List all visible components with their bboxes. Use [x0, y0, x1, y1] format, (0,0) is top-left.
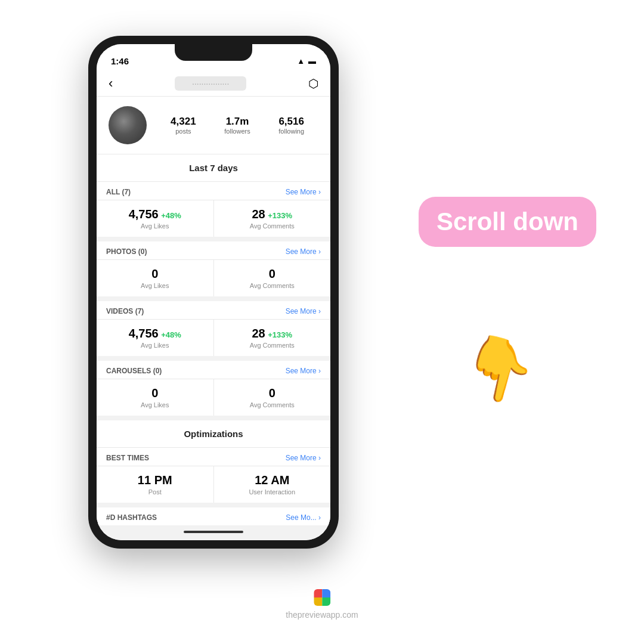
- logo-green: [322, 597, 330, 606]
- optimizations-header: Optimizations: [97, 420, 330, 448]
- best-times-title: BEST TIMES: [106, 454, 149, 462]
- carousels-likes-label: Avg Likes: [106, 401, 204, 408]
- carousels-avg-comments: 0 Avg Comments: [213, 379, 331, 416]
- videos-comments-value: 28: [252, 327, 265, 340]
- followers-stat: 1.7m followers: [210, 116, 265, 135]
- best-times-header: BEST TIMES See More: [97, 448, 330, 466]
- all-likes-label: Avg Likes: [106, 222, 204, 230]
- carousels-see-more[interactable]: See More: [286, 367, 321, 375]
- home-bar: [184, 531, 243, 533]
- scroll-down-badge: Scroll down: [419, 197, 596, 247]
- interaction-time-value: 12 AM: [255, 473, 289, 487]
- all-likes-pct: +48%: [161, 211, 181, 220]
- best-interaction-time: 12 AM User Interaction: [213, 466, 331, 503]
- all-comments-label: Avg Comments: [224, 222, 321, 230]
- photos-comments-value: 0: [269, 267, 275, 280]
- all-likes-value: 4,756: [129, 208, 159, 221]
- interaction-time-label: User Interaction: [224, 488, 321, 496]
- carousels-section: CAROUSELS (0) See More 0 Avg Likes 0 Avg…: [97, 361, 330, 416]
- scroll-down-label: Scroll down: [436, 208, 578, 236]
- all-comments-pct: +133%: [268, 211, 292, 220]
- carousels-comments-label: Avg Comments: [224, 401, 321, 408]
- videos-avg-likes: 4,756 +48% Avg Likes: [97, 320, 213, 356]
- post-time-label: Post: [106, 488, 204, 496]
- photos-likes-value: 0: [151, 267, 158, 280]
- footer-url: thepreviewapp.com: [286, 610, 358, 620]
- bookmark-icon[interactable]: ⬡: [308, 76, 318, 91]
- carousels-title: CAROUSELS (0): [106, 367, 162, 375]
- photos-see-more[interactable]: See More: [286, 247, 321, 256]
- carousels-avg-likes: 0 Avg Likes: [97, 379, 213, 416]
- videos-likes-pct: +48%: [161, 330, 181, 339]
- profile-stats: 4,321 posts 1.7m followers 6,516 followi…: [156, 116, 318, 135]
- all-title: ALL (7): [106, 188, 131, 196]
- best-times-row: 11 PM Post 12 AM User Interaction: [97, 466, 330, 503]
- phone-frame: 1:46 ▲ ▬ ‹ ················ ⬡ 4,321 post…: [88, 36, 339, 549]
- all-stats-row: 4,756 +48% Avg Likes 28 +133% Avg Commen…: [97, 200, 330, 237]
- videos-section-header: VIDEOS (7) See More: [97, 301, 330, 319]
- post-time-value: 11 PM: [138, 473, 172, 487]
- photos-avg-likes: 0 Avg Likes: [97, 260, 213, 296]
- footer: thepreviewapp.com: [286, 589, 358, 620]
- videos-comments-pct: +133%: [268, 330, 292, 339]
- videos-title: VIDEOS (7): [106, 307, 144, 315]
- carousels-stats-row: 0 Avg Likes 0 Avg Comments: [97, 379, 330, 416]
- videos-stats-row: 4,756 +48% Avg Likes 28 +133% Avg Commen…: [97, 319, 330, 356]
- all-see-more[interactable]: See More: [286, 188, 321, 196]
- app-logo: [314, 589, 330, 606]
- notch: [175, 44, 252, 61]
- videos-likes-value: 4,756: [129, 327, 159, 340]
- photos-section-header: PHOTOS (0) See More: [97, 242, 330, 259]
- carousels-likes-value: 0: [151, 386, 158, 400]
- following-value: 6,516: [264, 116, 318, 128]
- nav-bar: ‹ ················ ⬡: [97, 70, 330, 97]
- status-icons: ▲ ▬: [297, 57, 316, 66]
- videos-comments-label: Avg Comments: [224, 342, 321, 349]
- videos-avg-comments: 28 +133% Avg Comments: [213, 320, 331, 356]
- videos-likes-label: Avg Likes: [106, 342, 204, 349]
- footer-logo: [286, 589, 358, 606]
- carousels-section-header: CAROUSELS (0) See More: [97, 361, 330, 379]
- followers-value: 1.7m: [210, 116, 265, 128]
- photos-comments-label: Avg Comments: [224, 282, 321, 289]
- all-section: ALL (7) See More 4,756 +48% Avg Likes 28…: [97, 182, 330, 237]
- avatar: [109, 106, 147, 144]
- all-avg-likes: 4,756 +48% Avg Likes: [97, 200, 213, 237]
- period-header: Last 7 days: [97, 154, 330, 182]
- scroll-content[interactable]: Last 7 days ALL (7) See More 4,756 +48% …: [97, 154, 330, 540]
- back-button[interactable]: ‹: [109, 76, 113, 91]
- following-stat: 6,516 following: [264, 116, 318, 135]
- logo-red: [314, 589, 322, 597]
- hashtags-section: #D HASHTAGS See Mo...: [97, 507, 330, 525]
- profile-section: 4,321 posts 1.7m followers 6,516 followi…: [97, 97, 330, 154]
- following-label: following: [264, 128, 318, 135]
- photos-likes-label: Avg Likes: [106, 282, 204, 289]
- best-times-section: BEST TIMES See More 11 PM Post 12 AM Use…: [97, 448, 330, 503]
- followers-label: followers: [210, 128, 265, 135]
- photos-avg-comments: 0 Avg Comments: [213, 260, 331, 296]
- posts-stat: 4,321 posts: [156, 116, 210, 135]
- wifi-icon: ▲: [297, 57, 305, 66]
- battery-icon: ▬: [308, 57, 316, 66]
- status-time: 1:46: [111, 56, 129, 66]
- hashtags-title: #D HASHTAGS: [106, 513, 157, 522]
- posts-value: 4,321: [156, 116, 210, 128]
- best-times-see-more[interactable]: See More: [286, 454, 321, 462]
- profile-username: ················: [175, 76, 246, 91]
- carousels-comments-value: 0: [269, 386, 275, 400]
- all-section-header: ALL (7) See More: [97, 182, 330, 200]
- all-avg-comments: 28 +133% Avg Comments: [213, 200, 331, 237]
- photos-section: PHOTOS (0) See More 0 Avg Likes 0 Avg Co…: [97, 242, 330, 296]
- photos-stats-row: 0 Avg Likes 0 Avg Comments: [97, 259, 330, 296]
- logo-yellow: [314, 597, 322, 606]
- hashtags-see-more[interactable]: See Mo...: [286, 513, 321, 522]
- best-post-time: 11 PM Post: [97, 466, 213, 503]
- logo-blue: [322, 589, 330, 597]
- posts-label: posts: [156, 128, 210, 135]
- videos-see-more[interactable]: See More: [286, 307, 321, 315]
- phone-shell: 1:46 ▲ ▬ ‹ ················ ⬡ 4,321 post…: [88, 36, 339, 549]
- photos-title: PHOTOS (0): [106, 247, 147, 256]
- phone-screen: 1:46 ▲ ▬ ‹ ················ ⬡ 4,321 post…: [97, 44, 330, 540]
- videos-section: VIDEOS (7) See More 4,756 +48% Avg Likes…: [97, 301, 330, 356]
- all-comments-value: 28: [252, 208, 265, 221]
